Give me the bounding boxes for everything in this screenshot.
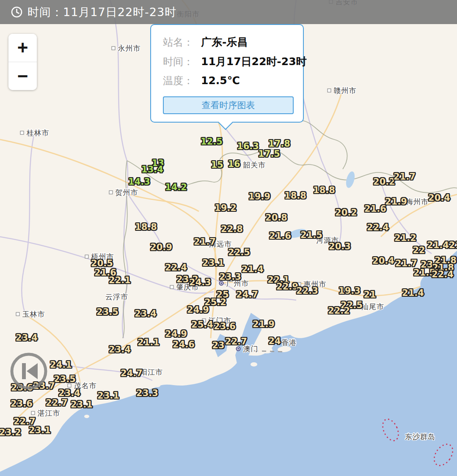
- station-temperature[interactable]: 16: [228, 159, 240, 169]
- station-temperature[interactable]: 17.5: [258, 149, 280, 159]
- station-temperature[interactable]: 19.9: [248, 191, 270, 202]
- station-temperature[interactable]: 21.6: [269, 231, 291, 241]
- station-temperature[interactable]: 23.4: [135, 309, 157, 319]
- skip-back-icon: [10, 352, 48, 390]
- station-temperature[interactable]: 20.2: [335, 208, 357, 218]
- station-temperature[interactable]: 23.4: [109, 345, 131, 355]
- station-temperature[interactable]: 22.7: [225, 336, 247, 347]
- station-temperature[interactable]: 20.8: [265, 213, 287, 223]
- station-temperature[interactable]: 24.9: [165, 329, 187, 339]
- station-temperature[interactable]: 21.4: [402, 288, 424, 298]
- station-temperature[interactable]: 22.4: [432, 269, 454, 279]
- station-temperature[interactable]: 23.3: [136, 388, 158, 398]
- station-temperature[interactable]: 20.2: [373, 177, 395, 187]
- station-temperature[interactable]: 15: [211, 160, 223, 170]
- station-temperature[interactable]: 13.4: [141, 164, 163, 175]
- station-temperature[interactable]: 22.8: [221, 224, 243, 234]
- station-temperature[interactable]: 23.1: [71, 399, 93, 410]
- time-bar-label: 时间：: [28, 5, 63, 20]
- clock-icon: [11, 6, 22, 18]
- station-temperature[interactable]: 20.3: [329, 241, 351, 252]
- station-temperature[interactable]: 22.1: [109, 275, 131, 285]
- station-temperature[interactable]: 24.1: [50, 360, 72, 370]
- station-temperature[interactable]: 24.6: [173, 339, 195, 350]
- station-temperature[interactable]: 24.7: [121, 368, 143, 378]
- station-temperature[interactable]: 22.3: [296, 286, 318, 296]
- station-temperature[interactable]: 21: [363, 290, 376, 300]
- station-temperature[interactable]: 21.2: [394, 233, 416, 243]
- station-temperature[interactable]: 20.4: [428, 193, 450, 203]
- station-temperature[interactable]: 21.4: [449, 240, 457, 250]
- station-temperature[interactable]: 16.3: [237, 141, 259, 151]
- time-bar-value: 11月17日22时-23时: [63, 5, 176, 20]
- station-temperature[interactable]: 23.4: [58, 388, 80, 398]
- station-temperature[interactable]: 23.6: [11, 399, 33, 409]
- station-temp-label: 温度：: [163, 74, 201, 88]
- station-temperature[interactable]: 21.1: [138, 337, 160, 347]
- station-temperature[interactable]: 23.1: [97, 391, 119, 401]
- station-temperature[interactable]: 24.3: [189, 277, 211, 287]
- station-temperature[interactable]: 21.9: [385, 197, 407, 207]
- station-popup: 站名： 广东-乐昌 时间： 11月17日22时-23时 温度： 12.5℃ 查看…: [150, 24, 304, 123]
- time-bar: 时间： 11月17日22时-23时: [0, 0, 457, 24]
- station-temperature[interactable]: 23.4: [16, 333, 38, 343]
- zoom-control: + −: [8, 34, 37, 90]
- station-time-label: 时间：: [163, 55, 201, 68]
- playback-skip-back-button[interactable]: [10, 352, 48, 390]
- station-temperature[interactable]: 21.4: [242, 264, 264, 274]
- station-temperature[interactable]: 23.1: [29, 425, 51, 435]
- station-temperature[interactable]: 22.4: [165, 263, 187, 273]
- station-temperature[interactable]: 21.5: [300, 230, 322, 240]
- station-time-value: 11月17日22时-23时: [201, 55, 307, 68]
- station-temperature[interactable]: 19.3: [339, 286, 361, 296]
- station-temperature[interactable]: 24.9: [187, 305, 209, 315]
- station-temperature[interactable]: 18.8: [313, 185, 335, 195]
- zoom-in-button[interactable]: +: [8, 34, 37, 62]
- station-temperature[interactable]: 23.6: [214, 321, 236, 331]
- station-temperature[interactable]: 20.5: [91, 258, 113, 268]
- station-temperature[interactable]: 23.5: [54, 374, 76, 384]
- station-temperature[interactable]: 22: [413, 245, 425, 255]
- weather-map-app: 衡阳市吉安市永州市桂林市赣州市贺州市韶关市梅州市河源市清远市梧州市肇庆市云浮市广…: [0, 0, 457, 476]
- station-temperature[interactable]: 18.8: [135, 222, 157, 232]
- station-temperature[interactable]: 21.7: [394, 172, 416, 182]
- station-temperature[interactable]: 18.8: [284, 191, 306, 201]
- station-temperature[interactable]: 23.1: [202, 258, 224, 268]
- station-temperature[interactable]: 21.7: [194, 237, 216, 247]
- station-name-value: 广东-乐昌: [201, 35, 248, 49]
- station-temperature[interactable]: 21.9: [253, 319, 275, 329]
- station-temperature[interactable]: 14.3: [128, 177, 150, 187]
- zoom-out-button[interactable]: −: [8, 62, 37, 90]
- station-temperature[interactable]: 21.6: [364, 204, 386, 214]
- station-name-label: 站名：: [163, 36, 201, 49]
- station-temperature[interactable]: 21.4: [427, 240, 449, 250]
- station-temperature[interactable]: 20.9: [150, 242, 172, 252]
- station-temperature[interactable]: 25.4: [191, 320, 213, 330]
- station-temperature[interactable]: 23.2: [0, 427, 21, 438]
- station-temperature[interactable]: 22.4: [367, 222, 389, 233]
- station-temperature[interactable]: 12.5: [201, 137, 223, 147]
- view-timeseries-button[interactable]: 查看时序图表: [163, 96, 294, 114]
- station-temperature[interactable]: 14.2: [165, 182, 187, 192]
- station-temperature[interactable]: 22.9: [276, 282, 298, 292]
- station-temp-value: 12.5℃: [201, 74, 240, 87]
- station-temperature[interactable]: 23: [212, 340, 224, 350]
- station-temperature[interactable]: 17.8: [268, 139, 290, 149]
- station-temperature[interactable]: 20.4: [372, 256, 394, 266]
- station-temperature[interactable]: 22.7: [46, 398, 68, 408]
- station-temperature[interactable]: 23.3: [219, 272, 241, 282]
- station-temperature[interactable]: 19.2: [215, 203, 237, 213]
- station-temperature[interactable]: 24: [268, 336, 281, 346]
- station-temperature[interactable]: 21.7: [395, 258, 417, 268]
- station-temperature[interactable]: 23.5: [96, 307, 118, 317]
- station-temperature[interactable]: 22.5: [228, 247, 250, 257]
- station-temperature[interactable]: 24.7: [236, 290, 258, 300]
- station-temperature[interactable]: 22.2: [328, 306, 350, 316]
